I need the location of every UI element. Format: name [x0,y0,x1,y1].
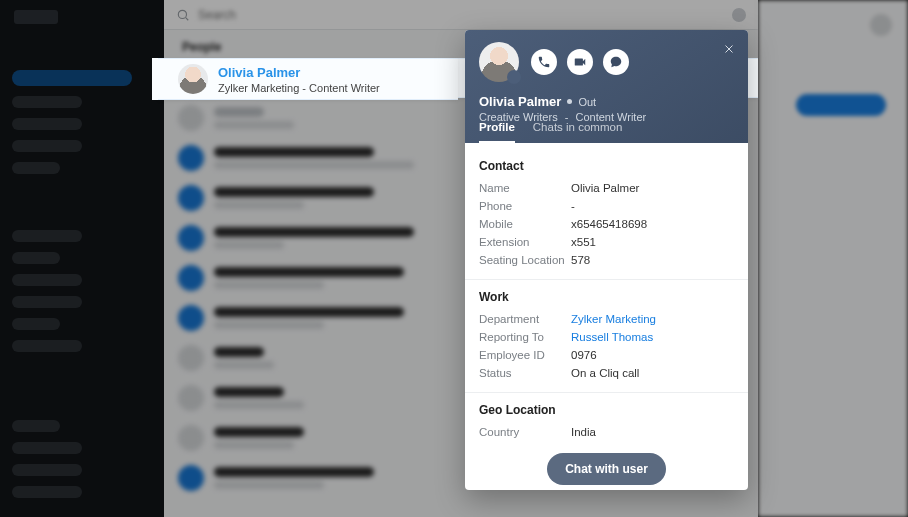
close-icon[interactable] [720,40,738,58]
primary-action-button[interactable] [796,94,886,116]
app-logo [14,10,58,24]
sidebar-item[interactable] [12,318,60,330]
value-reporting[interactable]: Russell Thomas [571,331,653,343]
audio-call-button[interactable] [531,49,557,75]
sidebar-item[interactable] [12,118,82,130]
label-extension: Extension [479,236,571,248]
label-seating: Seating Location [479,254,571,266]
right-pane [758,0,908,517]
profile-tabs: Profile Chats in common [479,121,622,143]
label-mobile: Mobile [479,218,571,230]
sidebar-item[interactable] [12,340,82,352]
label-reporting: Reporting To [479,331,571,343]
divider [465,392,748,393]
avatar [178,64,208,94]
left-sidebar [0,0,164,517]
label-country: Country [479,426,571,438]
sidebar-item[interactable] [12,442,82,454]
search-input[interactable] [198,8,724,22]
label-empid: Employee ID [479,349,571,361]
sidebar-active-item[interactable] [12,70,132,86]
presence-dot-icon [567,99,572,104]
profile-avatar [479,42,519,82]
profile-body: Contact NameOlivia Palmer Phone- Mobilex… [465,143,748,490]
value-empid: 0976 [571,349,597,361]
search-icon [176,8,190,22]
sidebar-item[interactable] [12,230,82,242]
svg-point-0 [178,10,186,18]
value-country: India [571,426,596,438]
profile-panel: Olivia Palmer Out Creative Writers - Con… [465,30,748,490]
sidebar-item[interactable] [12,162,60,174]
profile-header: Olivia Palmer Out Creative Writers - Con… [465,30,748,143]
chat-button[interactable] [603,49,629,75]
section-geo: Geo Location [479,403,734,417]
value-status: On a Cliq call [571,367,639,379]
video-call-button[interactable] [567,49,593,75]
sidebar-item[interactable] [12,420,60,432]
list-item-name: Olivia Palmer [218,65,444,80]
label-phone: Phone [479,200,571,212]
section-work: Work [479,290,734,304]
tab-profile[interactable]: Profile [479,121,515,143]
label-status: Status [479,367,571,379]
sidebar-item[interactable] [12,140,82,152]
sidebar-item[interactable] [12,296,82,308]
section-contact: Contact [479,159,734,173]
presence-status: Out [578,96,596,108]
sidebar-item[interactable] [12,252,60,264]
sidebar-item[interactable] [12,96,82,108]
value-name: Olivia Palmer [571,182,639,194]
value-extension: x551 [571,236,596,248]
sidebar-item[interactable] [12,486,82,498]
svg-line-1 [186,17,189,20]
sidebar-item[interactable] [12,464,82,476]
search-bar [164,0,758,30]
clear-search-icon[interactable] [732,8,746,22]
section-header: People [182,40,221,54]
tab-chats-in-common[interactable]: Chats in common [533,121,622,143]
label-name: Name [479,182,571,194]
user-avatar[interactable] [870,14,892,36]
value-mobile: x65465418698 [571,218,647,230]
value-phone: - [571,200,575,212]
list-item-subtitle: Zylker Marketing - Content Writer [218,82,444,94]
sidebar-item[interactable] [12,274,82,286]
label-department: Department [479,313,571,325]
divider [465,279,748,280]
value-seating: 578 [571,254,590,266]
chat-with-user-button[interactable]: Chat with user [547,453,666,485]
profile-name: Olivia Palmer [479,94,561,109]
list-item-olivia[interactable]: Olivia Palmer Zylker Marketing - Content… [158,58,458,100]
value-department[interactable]: Zylker Marketing [571,313,656,325]
